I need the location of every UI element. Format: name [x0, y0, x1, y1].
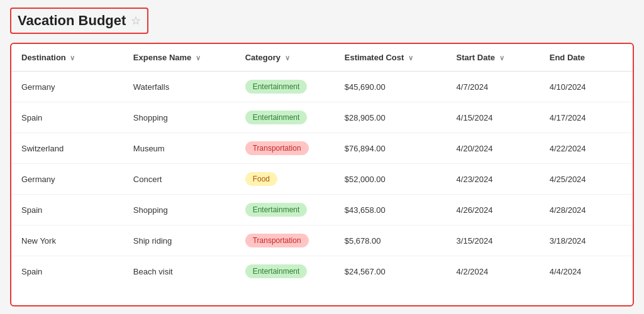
sort-arrow-destination: ∨: [70, 54, 75, 62]
favorite-star-icon[interactable]: ☆: [131, 14, 141, 28]
category-badge: Entertainment: [245, 264, 308, 278]
cell-category: Entertainment: [235, 102, 335, 133]
sort-arrow-category: ∨: [285, 54, 290, 62]
table-row: Spain Beach visit Entertainment $24,567.…: [11, 256, 633, 287]
cell-expense-name: Shopping: [123, 195, 235, 225]
cell-expense-name: Waterfalls: [123, 72, 235, 102]
cell-estimated-cost: $28,905.00: [335, 102, 447, 133]
column-header-destination[interactable]: Destination ∨: [11, 44, 123, 72]
cell-category: Transportation: [235, 225, 335, 256]
cell-end-date: 4/22/2024: [540, 133, 633, 164]
cell-destination: Spain: [11, 195, 123, 225]
cell-start-date: 4/23/2024: [447, 164, 540, 195]
cell-destination: Germany: [11, 164, 123, 195]
cell-estimated-cost: $5,678.00: [335, 225, 447, 256]
cell-expense-name: Ship riding: [123, 225, 235, 256]
table-body: Germany Waterfalls Entertainment $45,690…: [11, 72, 633, 287]
cell-destination: Switzerland: [11, 133, 123, 164]
sort-arrow-start: ∨: [499, 54, 504, 62]
column-header-category[interactable]: Category ∨: [235, 44, 335, 72]
cell-start-date: 4/20/2024: [447, 133, 540, 164]
cell-destination: Germany: [11, 72, 123, 102]
page-title: Vacation Budget: [18, 13, 126, 29]
cell-category: Entertainment: [235, 256, 335, 287]
cell-end-date: 4/10/2024: [540, 72, 633, 102]
table-row: Switzerland Museum Transportation $76,89…: [11, 133, 633, 164]
cell-end-date: 4/28/2024: [540, 195, 633, 225]
cell-end-date: 4/17/2024: [540, 102, 633, 133]
cell-category: Entertainment: [235, 72, 335, 102]
column-header-estimated-cost[interactable]: Estimated Cost ∨: [335, 44, 447, 72]
cell-estimated-cost: $52,000.00: [335, 164, 447, 195]
cell-category: Food: [235, 164, 335, 195]
table-row: Germany Waterfalls Entertainment $45,690…: [11, 72, 633, 102]
cell-end-date: 4/4/2024: [540, 256, 633, 287]
cell-start-date: 4/26/2024: [447, 195, 540, 225]
table-header-row: Destination ∨ Expense Name ∨ Category ∨ …: [11, 44, 633, 72]
sort-arrow-cost: ∨: [408, 54, 413, 62]
cell-end-date: 3/18/2024: [540, 225, 633, 256]
cell-end-date: 4/25/2024: [540, 164, 633, 195]
category-badge: Entertainment: [245, 111, 308, 124]
table-row: Germany Concert Food $52,000.00 4/23/202…: [11, 164, 633, 195]
vacation-budget-table: Destination ∨ Expense Name ∨ Category ∨ …: [11, 44, 633, 286]
column-header-start-date[interactable]: Start Date ∨: [447, 44, 540, 72]
column-header-expense-name[interactable]: Expense Name ∨: [123, 44, 235, 72]
cell-destination: New York: [11, 225, 123, 256]
cell-start-date: 3/15/2024: [447, 225, 540, 256]
data-table-container: Destination ∨ Expense Name ∨ Category ∨ …: [10, 43, 634, 306]
table-row: New York Ship riding Transportation $5,6…: [11, 225, 633, 256]
category-badge: Transportation: [245, 234, 309, 247]
cell-destination: Spain: [11, 102, 123, 133]
category-badge: Transportation: [245, 141, 309, 155]
page-title-container: Vacation Budget ☆: [10, 8, 148, 34]
cell-start-date: 4/15/2024: [447, 102, 540, 133]
cell-expense-name: Concert: [123, 164, 235, 195]
cell-category: Transportation: [235, 133, 335, 164]
cell-start-date: 4/7/2024: [447, 72, 540, 102]
column-header-end-date[interactable]: End Date: [540, 44, 633, 72]
cell-expense-name: Museum: [123, 133, 235, 164]
cell-expense-name: Beach visit: [123, 256, 235, 287]
category-badge: Entertainment: [245, 203, 308, 217]
cell-estimated-cost: $45,690.00: [335, 72, 447, 102]
cell-estimated-cost: $76,894.00: [335, 133, 447, 164]
cell-expense-name: Shopping: [123, 102, 235, 133]
cell-category: Entertainment: [235, 195, 335, 225]
category-badge: Entertainment: [245, 80, 308, 94]
cell-estimated-cost: $43,658.00: [335, 195, 447, 225]
cell-start-date: 4/2/2024: [447, 256, 540, 287]
category-badge: Food: [245, 172, 277, 186]
cell-estimated-cost: $24,567.00: [335, 256, 447, 287]
table-row: Spain Shopping Entertainment $43,658.00 …: [11, 195, 633, 225]
cell-destination: Spain: [11, 256, 123, 287]
sort-arrow-expense: ∨: [196, 54, 201, 62]
table-row: Spain Shopping Entertainment $28,905.00 …: [11, 102, 633, 133]
